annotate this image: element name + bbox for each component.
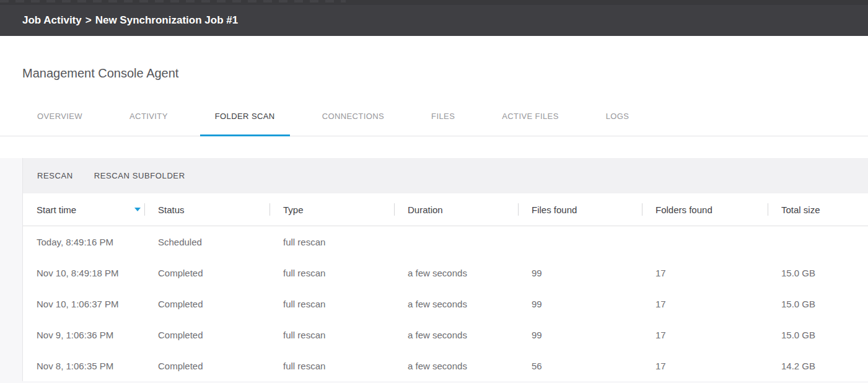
column-header-duration[interactable]: Duration: [394, 193, 518, 226]
folder-scan-panel: RESCAN RESCAN SUBFOLDER Start time Statu…: [22, 158, 868, 381]
breadcrumb-separator: >: [85, 14, 92, 27]
tab-activity[interactable]: ACTIVITY: [115, 112, 183, 136]
cell-folders-found: [642, 226, 768, 257]
column-header-folders-found[interactable]: Folders found: [642, 193, 768, 226]
cell-duration: [394, 226, 518, 257]
cell-start-time: Today, 8:49:16 PM: [23, 226, 144, 257]
cell-duration: a few seconds: [394, 257, 518, 288]
table-row[interactable]: Today, 8:49:16 PM Scheduled full rescan: [23, 226, 868, 257]
page-title: Management Console Agent: [22, 66, 868, 81]
cell-type: full rescan: [270, 288, 394, 319]
table-header-row: Start time Status Type Duration Files fo…: [23, 193, 868, 226]
tab-files[interactable]: FILES: [416, 112, 470, 136]
column-header-start-time[interactable]: Start time: [23, 193, 144, 226]
cell-status: Scheduled: [144, 226, 270, 257]
cell-status: Completed: [144, 288, 270, 319]
breadcrumb-job-name: New Synchronization Job #1: [95, 14, 239, 27]
breadcrumb-section-link[interactable]: Job Activity: [22, 14, 82, 27]
agent-header-section: Management Console Agent OVERVIEW ACTIVI…: [0, 66, 868, 136]
header-divider: [642, 203, 642, 216]
cell-type: full rescan: [270, 319, 394, 350]
rescan-subfolder-button[interactable]: RESCAN SUBFOLDER: [94, 171, 185, 180]
cell-total-size: 14.2 GB: [768, 350, 868, 381]
column-header-type[interactable]: Type: [270, 193, 394, 226]
header-divider: [270, 203, 270, 216]
tab-active-files[interactable]: ACTIVE FILES: [487, 112, 574, 136]
column-header-files-found[interactable]: Files found: [518, 193, 642, 226]
cell-folders-found: 17: [642, 319, 768, 350]
cell-files-found: 56: [518, 350, 642, 381]
scan-toolbar: RESCAN RESCAN SUBFOLDER: [23, 158, 868, 193]
table-row[interactable]: Nov 8, 1:06:35 PM Completed full rescan …: [23, 350, 868, 381]
rescan-button[interactable]: RESCAN: [37, 171, 73, 180]
content-area: RESCAN RESCAN SUBFOLDER Start time Statu…: [0, 158, 868, 383]
cell-start-time: Nov 8, 1:06:35 PM: [23, 350, 144, 381]
scan-history-table: Start time Status Type Duration Files fo…: [23, 193, 868, 381]
cell-type: full rescan: [270, 226, 394, 257]
cell-total-size: 15.0 GB: [768, 257, 868, 288]
tab-logs[interactable]: LOGS: [591, 112, 644, 136]
breadcrumb-bar: Job Activity > New Synchronization Job #…: [0, 5, 868, 36]
cell-duration: a few seconds: [394, 350, 518, 381]
table-row[interactable]: Nov 9, 1:06:36 PM Completed full rescan …: [23, 319, 868, 350]
window-top-strip: [0, 0, 868, 5]
cell-start-time: Nov 9, 1:06:36 PM: [23, 319, 144, 350]
column-header-total-size[interactable]: Total size: [768, 193, 868, 226]
cell-status: Completed: [144, 257, 270, 288]
table-row[interactable]: Nov 10, 1:06:37 PM Completed full rescan…: [23, 288, 868, 319]
tab-connections[interactable]: CONNECTIONS: [307, 112, 399, 136]
header-divider: [768, 203, 768, 216]
cell-duration: a few seconds: [394, 319, 518, 350]
cell-total-size: 15.0 GB: [768, 288, 868, 319]
cutoff-text-decoration: [0, 0, 346, 2]
cell-folders-found: 17: [642, 288, 768, 319]
tab-folder-scan[interactable]: FOLDER SCAN: [200, 112, 290, 136]
cell-start-time: Nov 10, 1:06:37 PM: [23, 288, 144, 319]
cell-files-found: [518, 226, 642, 257]
cell-files-found: 99: [518, 257, 642, 288]
column-header-status[interactable]: Status: [144, 193, 270, 226]
cell-files-found: 99: [518, 288, 642, 319]
header-divider: [394, 203, 395, 216]
cell-status: Completed: [144, 350, 270, 381]
cell-duration: a few seconds: [394, 288, 518, 319]
cell-start-time: Nov 10, 8:49:18 PM: [23, 257, 144, 288]
header-divider: [518, 203, 519, 216]
cell-total-size: 15.0 GB: [768, 319, 868, 350]
cell-folders-found: 17: [642, 257, 768, 288]
cell-folders-found: 17: [642, 350, 768, 381]
header-divider: [144, 203, 145, 216]
tab-bar: OVERVIEW ACTIVITY FOLDER SCAN CONNECTION…: [0, 112, 868, 136]
cell-status: Completed: [144, 319, 270, 350]
cell-type: full rescan: [270, 257, 394, 288]
cell-type: full rescan: [270, 350, 394, 381]
cell-files-found: 99: [518, 319, 642, 350]
cell-total-size: [768, 226, 868, 257]
sort-descending-icon: [134, 208, 141, 211]
tab-overview[interactable]: OVERVIEW: [22, 112, 97, 136]
table-row[interactable]: Nov 10, 8:49:18 PM Completed full rescan…: [23, 257, 868, 288]
